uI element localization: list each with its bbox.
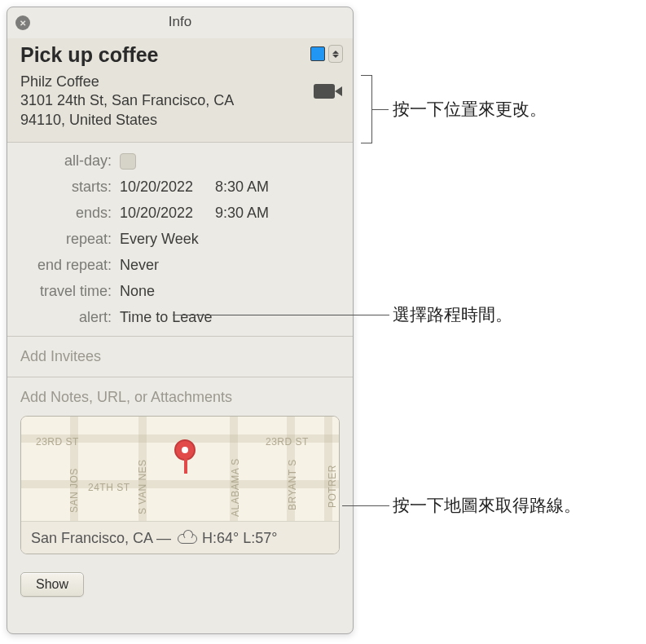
calendar-picker-dropdown[interactable] [328,45,343,63]
cloud-icon [178,532,196,544]
callout-leader-line [372,109,389,110]
starts-label: starts: [20,179,120,196]
add-invitees-field[interactable]: Add Invitees [7,337,353,377]
alert-value-field[interactable]: Time to Leave [120,309,340,326]
endrepeat-label: end repeat: [20,257,120,274]
show-button[interactable]: Show [20,572,84,597]
event-details-section: all-day: starts: 10/20/2022 8:30 AM ends… [7,143,353,337]
map-pin-icon [174,439,197,462]
event-title-field[interactable]: Pick up coffee [20,43,340,67]
event-info-window: Info Pick up coffee Philz Coffee 3101 24… [7,7,354,634]
starts-date-field[interactable]: 10/20/2022 [120,179,211,196]
event-header-section: Pick up coffee Philz Coffee 3101 24th St… [7,38,353,143]
weather-temps: H:64° L:57° [202,530,277,547]
callout-location: 按一下位置來更改。 [393,98,547,121]
ends-date-field[interactable]: 10/20/2022 [120,205,211,222]
calendar-color-swatch[interactable] [310,46,325,61]
weather-city: San Francisco, CA — [31,530,171,547]
location-name[interactable]: Philz Coffee [20,73,340,90]
alert-label: alert: [20,309,120,326]
endrepeat-value-field[interactable]: Never [120,257,340,274]
callout-travel-time: 選擇路程時間。 [393,303,512,326]
travel-time-label: travel time: [20,283,120,300]
weather-bar: San Francisco, CA — H:64° L:57° [21,521,339,554]
callout-leader-line [173,315,389,315]
location-address-line1[interactable]: 3101 24th St, San Francisco, CA [20,90,340,110]
callout-leader-line [342,505,389,506]
allday-checkbox[interactable] [120,153,136,170]
street-label: 24TH ST [88,482,340,493]
location-address-line2[interactable]: 94110, United States [20,110,340,130]
ends-time-field[interactable]: 9:30 AM [215,205,269,221]
close-icon[interactable] [15,15,30,30]
callout-map: 按一下地圖來取得路線。 [393,494,581,517]
street-label: S VAN NES [137,459,148,514]
repeat-label: repeat: [20,231,120,248]
street-label: SAN JOS [68,468,80,513]
location-map[interactable]: 23RD ST 23RD ST 24TH ST SAN JOS S VAN NE… [20,416,340,554]
street-label: ALABAMA S [230,458,241,517]
street-label: POTRER [327,465,338,508]
add-notes-field[interactable]: Add Notes, URL, or Attachments [20,389,340,406]
ends-label: ends: [20,205,120,222]
repeat-value-field[interactable]: Every Week [120,231,340,248]
callout-bracket [361,75,372,143]
street-label: 23RD ST [266,436,340,448]
street-label: BRYANT S [287,459,298,510]
travel-time-value-field[interactable]: None [120,283,340,300]
starts-time-field[interactable]: 8:30 AM [215,179,269,195]
window-title: Info [7,7,353,38]
video-call-icon[interactable] [314,84,335,99]
allday-label: all-day: [20,152,120,170]
